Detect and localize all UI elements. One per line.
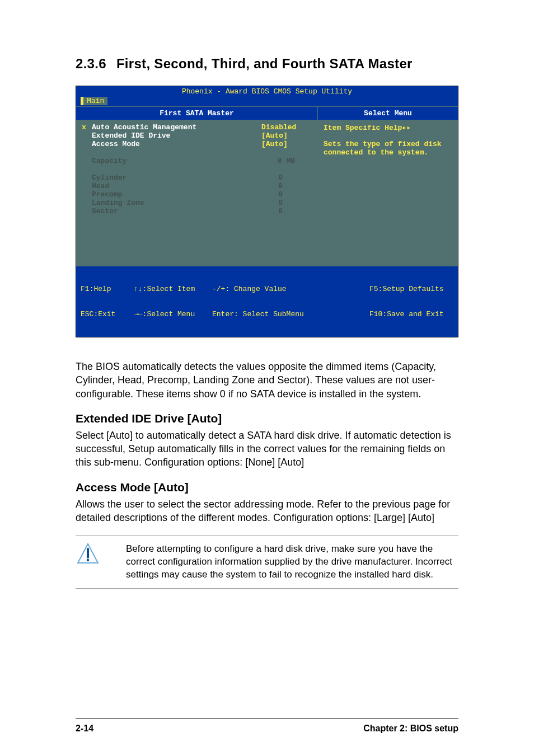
setting-extended-ide[interactable]: Extended IDE Drive [Auto] xyxy=(82,132,312,140)
help-key: F1:Help xyxy=(81,285,134,293)
footer-col3: -/+: Change Value Enter: Select SubMenu xyxy=(212,268,369,335)
setting-sector: Sector 0 xyxy=(82,207,312,215)
bios-screenshot: Phoenix - Award BIOS CMOS Setup Utility … xyxy=(76,86,458,337)
row-marker xyxy=(82,132,92,140)
setting-landing-zone: Landing Zone 0 xyxy=(82,199,312,207)
section-number: 2.3.6 xyxy=(76,56,106,71)
bios-help-panel: Item Specific Help▸▸ Sets the type of fi… xyxy=(318,120,458,266)
select-menu-key: →←:Select Menu xyxy=(134,310,212,318)
footer-col1: F1:Help ESC:Exit xyxy=(81,268,134,335)
save-exit-key: F10:Save and Exit xyxy=(369,310,453,318)
setting-cylinder: Cylinder 0 xyxy=(82,173,312,182)
setup-defaults-key: F5:Setup Defaults xyxy=(369,285,453,293)
exit-key: ESC:Exit xyxy=(81,310,134,318)
row-label: Head xyxy=(92,182,261,190)
bios-menu-bar: Main xyxy=(76,97,458,106)
footer-col4: F5:Setup Defaults F10:Save and Exit xyxy=(369,268,453,335)
caution-icon xyxy=(76,543,104,581)
row-marker xyxy=(82,157,92,165)
row-label: Precomp xyxy=(92,190,261,199)
bios-body: x Auto Acoustic Management Disabled Exte… xyxy=(76,120,458,266)
row-value: 0 xyxy=(261,207,312,215)
bios-footer: F1:Help ESC:Exit ↑↓:Select Item →←:Selec… xyxy=(76,266,458,337)
row-value: 0 xyxy=(261,182,312,190)
row-value: 0 xyxy=(261,173,312,182)
row-value: 0 MB xyxy=(261,157,312,165)
select-submenu-key: Enter: Select SubMenu xyxy=(212,310,369,318)
row-marker xyxy=(82,207,92,215)
row-label: Extended IDE Drive xyxy=(92,132,261,140)
select-item-key: ↑↓:Select Item xyxy=(134,285,212,293)
help-text: Sets the type of fixed disk connected to… xyxy=(324,140,452,157)
row-label: Sector xyxy=(92,207,261,215)
bios-panel-title: First SATA Master xyxy=(76,107,318,120)
page-number: 2-14 xyxy=(76,724,93,734)
intro-paragraph: The BIOS automatically detects the value… xyxy=(76,360,458,401)
setting-capacity: Capacity 0 MB xyxy=(82,157,312,165)
bios-tab-main[interactable]: Main xyxy=(81,97,107,105)
footer-col2: ↑↓:Select Item →←:Select Menu xyxy=(134,268,212,335)
bios-subheader: First SATA Master Select Menu xyxy=(76,106,458,120)
row-label: Cylinder xyxy=(92,173,261,182)
spacer xyxy=(82,148,312,157)
row-label: Landing Zone xyxy=(92,199,261,207)
bios-help-title: Select Menu xyxy=(318,107,458,120)
extended-ide-heading: Extended IDE Drive [Auto] xyxy=(76,412,458,425)
setting-precomp: Precomp 0 xyxy=(82,190,312,199)
caution-text: Before attempting to configure a hard di… xyxy=(104,543,458,581)
setting-access-mode[interactable]: Access Mode [Auto] xyxy=(82,140,312,148)
row-marker xyxy=(82,182,92,190)
chevron-right-icon: ▸▸ xyxy=(402,123,411,132)
row-value: 0 xyxy=(261,199,312,207)
caution-note: Before attempting to configure a hard di… xyxy=(76,536,458,589)
row-marker xyxy=(82,140,92,148)
change-value-key: -/+: Change Value xyxy=(212,285,369,293)
extended-ide-body: Select [Auto] to automatically detect a … xyxy=(76,429,458,469)
row-marker xyxy=(82,199,92,207)
page-footer: 2-14 Chapter 2: BIOS setup xyxy=(76,719,458,734)
section-title-text: First, Second, Third, and Fourth SATA Ma… xyxy=(116,56,413,71)
row-label: Access Mode xyxy=(92,140,261,148)
chapter-label: Chapter 2: BIOS setup xyxy=(363,724,458,734)
bios-title: Phoenix - Award BIOS CMOS Setup Utility xyxy=(76,86,458,97)
access-mode-heading: Access Mode [Auto] xyxy=(76,481,458,494)
row-marker xyxy=(82,173,92,182)
row-label: Auto Acoustic Management xyxy=(92,123,261,132)
setting-auto-acoustic[interactable]: x Auto Acoustic Management Disabled xyxy=(82,123,312,132)
section-heading: 2.3.6First, Second, Third, and Fourth SA… xyxy=(76,56,458,72)
row-value: [Auto] xyxy=(261,140,312,148)
bios-settings-panel: x Auto Acoustic Management Disabled Exte… xyxy=(76,120,318,266)
spacer xyxy=(82,165,312,173)
help-title: Item Specific Help▸▸ xyxy=(324,123,452,132)
row-label: Capacity xyxy=(92,157,261,165)
svg-point-2 xyxy=(87,559,89,561)
setting-head: Head 0 xyxy=(82,182,312,190)
row-value: Disabled xyxy=(261,123,312,132)
row-marker: x xyxy=(82,123,92,132)
row-marker xyxy=(82,190,92,199)
row-value: [Auto] xyxy=(261,132,312,140)
row-value: 0 xyxy=(261,190,312,199)
access-mode-body: Allows the user to select the sector add… xyxy=(76,497,458,525)
